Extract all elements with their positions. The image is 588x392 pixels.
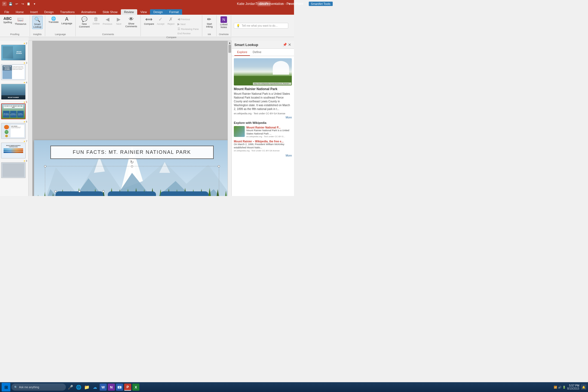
slide-num-5: ★ 5	[1, 101, 27, 103]
slide-num-6: ★ 6	[1, 120, 27, 123]
card1-handle-t[interactable]	[78, 190, 81, 192]
tab-home[interactable]: Home	[13, 9, 27, 15]
linked-notes-button[interactable]: N LinkedNotes	[219, 16, 229, 29]
tab-smartart-format[interactable]: Format	[166, 9, 182, 15]
language-button[interactable]: A Language	[60, 16, 73, 25]
new-comment-button[interactable]: 💬 NewComment	[78, 16, 91, 29]
lookup-source: en.wikipedia.org · Text under CC-BY-SA l…	[234, 112, 292, 115]
smart-lookup-label: SmartLookup	[33, 23, 42, 28]
wiki-title-1[interactable]: Mount Rainier National P...	[246, 126, 292, 129]
slide-thumb-8[interactable]: ★ 8	[1, 160, 27, 178]
ribbon-group-onenote: N LinkedNotes OneNote	[217, 15, 231, 36]
tab-explore[interactable]: Explore	[234, 49, 250, 56]
previous-comment-button[interactable]: ◀ Previous	[102, 16, 113, 26]
tab-smartart-design[interactable]: Design	[150, 9, 166, 15]
reject-button[interactable]: ✗ Reject	[166, 16, 176, 35]
title-bar: P 💾 ↩ ↪ 📋 ▾ Travel Presentation - PowerP…	[0, 0, 294, 8]
new-comment-label: NewComment	[79, 23, 90, 28]
scroll-thumb[interactable]	[228, 45, 231, 53]
slide-num-8: ★ 8	[1, 160, 27, 162]
tab-review[interactable]: Review	[121, 9, 137, 15]
tab-design[interactable]: Design	[41, 9, 57, 15]
svg-marker-8	[34, 195, 42, 196]
end-review-button[interactable]: End Review	[176, 32, 192, 35]
slide-thumb-2[interactable]: ★ 2 MOUNTRAINIER	[1, 42, 27, 60]
panel-title: Smart Lookup	[234, 43, 258, 47]
undo-button[interactable]: ↩	[14, 1, 19, 6]
reviewing-pane-button[interactable]: ☰ Reviewing Pane	[176, 27, 200, 31]
next-comment-button[interactable]: ▶ Next	[114, 16, 124, 26]
save-button[interactable]: 💾	[8, 1, 13, 6]
customize-qat-button[interactable]: ▾	[32, 1, 37, 6]
wiki-thumb-1	[234, 126, 245, 137]
spelling-button[interactable]: ABC Spelling	[2, 16, 13, 24]
present-button[interactable]: 📋	[26, 1, 31, 6]
show-comments-button[interactable]: 👁 ShowComments	[124, 16, 138, 28]
slide-title: FUN FACTS: MT. RAINIER NATIONAL PARK	[50, 146, 214, 159]
info-card-3[interactable]: Mt. Rainer is the highest point in the p…	[160, 191, 209, 196]
card1-handle-tr[interactable]	[102, 190, 105, 192]
more-link-2[interactable]: More	[234, 154, 292, 157]
tell-me-input[interactable]: 💡 Tell me what you want to do...	[234, 23, 288, 29]
language-label: Language	[61, 22, 72, 25]
handle-tr[interactable]	[218, 165, 220, 167]
slide-thumb-6[interactable]: ★ 6 TRAILVISTAS DAY HIKING Info about hi…	[1, 120, 27, 139]
tell-me-icon: 💡	[236, 24, 240, 27]
ruler-marks	[29, 37, 231, 41]
delete-comment-button[interactable]: 🗑 Delete	[91, 16, 101, 26]
user-name[interactable]: Katie Jordan	[237, 2, 255, 6]
star-2: ★	[23, 42, 25, 45]
compare-button[interactable]: ⟺ Compare	[143, 16, 155, 35]
wiki-desc-2: On March 2, 1899, President William McKi…	[234, 143, 292, 149]
more-link-1[interactable]: More	[234, 116, 292, 119]
linked-notes-label: LinkedNotes	[220, 23, 228, 29]
scroll-track[interactable]	[228, 45, 231, 196]
accept-button[interactable]: ✓ Accept	[156, 16, 166, 35]
handle-tl[interactable]	[44, 165, 46, 167]
panel-close-button[interactable]: ✕	[288, 42, 291, 47]
previous-change-button[interactable]: ◀ Previous	[176, 17, 191, 22]
tab-insert[interactable]: Insert	[27, 9, 41, 15]
slide-thumb-4[interactable]: ★ 4 MOUNT RAINIER	[1, 81, 27, 100]
slide-thumb-5[interactable]: ★ 5 FUN FACTS: MT. RAINIER NATIONAL PARK…	[1, 101, 27, 119]
handle-tc[interactable]	[131, 165, 133, 167]
language-icon: A	[65, 16, 68, 22]
reject-label: Reject	[167, 23, 174, 25]
accept-icon: ✓	[158, 16, 163, 22]
star-3: ★	[23, 62, 25, 64]
translate-button[interactable]: 🌐 Translate	[47, 16, 60, 24]
rotate-handle[interactable]: ↻	[130, 160, 134, 165]
smartart-container[interactable]: ↻ ‹ Mount RainierNational Pa	[45, 166, 219, 196]
canvas-scroll-vertical[interactable]: ▲ ▼ ◀ ▶	[228, 41, 231, 196]
smart-lookup-button[interactable]: 🔍 SmartLookup	[32, 16, 43, 29]
tab-transitions[interactable]: Transitions	[57, 9, 78, 15]
tab-define[interactable]: Define	[250, 49, 264, 56]
info-card-2[interactable]: It became a National Historic Landmark d…	[108, 191, 156, 196]
comments-buttons: 💬 NewComment 🗑 Delete ◀ Previous ▶ Next …	[78, 16, 138, 29]
card1-handle-tl[interactable]	[54, 190, 57, 192]
translate-icon: 🌐	[51, 16, 56, 21]
compare-label: Compare	[144, 23, 154, 25]
title-area: Travel Presentation - PowerPoint SmartAr…	[255, 2, 294, 6]
compare-small-btns: ◀ Previous ▶ Next ☰ Reviewing Pane End R…	[176, 16, 200, 35]
tab-view[interactable]: View	[137, 9, 150, 15]
start-inking-button[interactable]: ✏ StartInking	[204, 16, 214, 29]
slide-thumb-7[interactable]: ★ 7 MOUNT RAINIER AVERAGE TEMPERATURES	[1, 140, 27, 158]
slide-image-5: FUN FACTS: MT. RAINIER NATIONAL PARK Mou…	[1, 103, 26, 119]
ribbon-group-ink: ✏ StartInking Ink	[202, 15, 217, 36]
panel-pin-button[interactable]: 📌	[283, 43, 287, 47]
previous-change-label: Previous	[180, 18, 190, 21]
redo-button[interactable]: ↪	[20, 1, 25, 6]
tab-slideshow[interactable]: Slide Show	[99, 9, 121, 15]
thesaurus-button[interactable]: 📖 Thesaurus	[14, 16, 27, 26]
info-card-1[interactable]: Mount RainierNational Park was establish…	[56, 191, 104, 196]
show-comments-label: ShowComments	[125, 22, 137, 28]
wiki-title-2[interactable]: Mount Rainier – Wikipedia, the free e...	[234, 140, 292, 143]
star-5: ★	[23, 101, 25, 103]
reject-icon: ✗	[169, 16, 173, 22]
tab-file[interactable]: File	[1, 9, 13, 15]
scroll-up-button[interactable]: ▲	[228, 41, 231, 45]
slide-thumb-3[interactable]: ★ 3 WEEKEND OR HOLIDAY GETAWAY Lorem ips…	[1, 62, 27, 80]
next-change-button[interactable]: ▶ Next	[176, 22, 187, 26]
tab-animations[interactable]: Animations	[78, 9, 99, 15]
